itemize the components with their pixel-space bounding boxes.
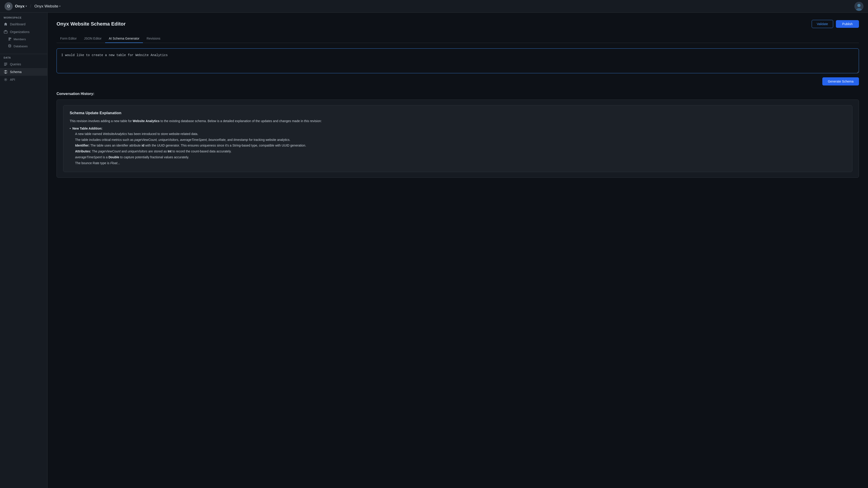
sub-item-bounce-rate: The bounce Rate type is Float... xyxy=(72,160,846,166)
tab-json-editor[interactable]: JSON Editor xyxy=(80,34,105,43)
main-layout: WORKSPACE Dashboard Organizations xyxy=(0,13,868,488)
organizations-label: Organizations xyxy=(10,30,29,34)
conversation-history-heading: Conversation History: xyxy=(57,92,859,96)
sidebar-item-members[interactable]: Members xyxy=(0,36,47,43)
members-label: Members xyxy=(13,37,26,41)
sidebar-item-queries[interactable]: Queries xyxy=(0,60,47,68)
svg-rect-10 xyxy=(4,65,6,66)
api-label: API xyxy=(10,78,15,82)
dashboard-label: Dashboard xyxy=(10,22,26,26)
svg-rect-9 xyxy=(4,64,7,64)
validate-button[interactable]: Validate xyxy=(812,20,833,28)
sub-item-identifier: Identifier: The table uses an identifier… xyxy=(72,143,846,148)
publish-button[interactable]: Publish xyxy=(836,20,859,28)
queries-label: Queries xyxy=(10,62,21,66)
top-navbar: O Onyx ▾ / Onyx Website ▾ xyxy=(0,0,868,13)
generate-row: Generate Schema xyxy=(57,77,859,86)
breadcrumb-separator: / xyxy=(30,4,31,9)
content-area: Onyx Website Schema Editor Validate Publ… xyxy=(48,13,868,488)
org-icon xyxy=(4,30,8,34)
list-item-new-table: New Table Addition: A new table named We… xyxy=(70,126,846,166)
sidebar-item-schema[interactable]: Schema xyxy=(0,68,47,76)
topnav-left: O Onyx ▾ / Onyx Website ▾ xyxy=(4,2,61,10)
schema-update-box: Schema Update Explanation This revision … xyxy=(63,105,852,172)
svg-point-11 xyxy=(5,79,6,80)
generate-schema-button[interactable]: Generate Schema xyxy=(822,77,859,86)
main-content: Onyx Website Schema Editor Validate Publ… xyxy=(48,13,868,488)
sub-item-metrics: The table includes critical metrics such… xyxy=(72,137,846,143)
page-header: Onyx Website Schema Editor Validate Publ… xyxy=(57,20,859,28)
databases-label: Databases xyxy=(13,44,28,48)
sidebar-item-dashboard[interactable]: Dashboard xyxy=(0,20,47,28)
sub-item-intro: A new table named WebsiteAnalytics has b… xyxy=(72,131,846,137)
sub-item-attributes: Attributes: The pageViewCount and unique… xyxy=(72,149,846,154)
project-name-button[interactable]: Onyx Website ▾ xyxy=(34,4,61,8)
svg-point-7 xyxy=(9,44,11,45)
user-avatar[interactable] xyxy=(855,2,864,11)
schema-box-title: Schema Update Explanation xyxy=(70,111,846,115)
ai-prompt-input[interactable] xyxy=(57,49,859,73)
sub-list-new-table: A new table named WebsiteAnalytics has b… xyxy=(72,131,846,166)
org-chevron-icon: ▾ xyxy=(26,5,27,8)
tab-ai-schema-generator[interactable]: AI Schema Generator xyxy=(105,34,143,43)
project-chevron-icon: ▾ xyxy=(59,5,61,8)
data-label: DATA xyxy=(0,56,47,59)
svg-point-5 xyxy=(9,37,10,39)
schema-intro-text: This revision involves adding a new tabl… xyxy=(70,119,846,124)
tab-revisions[interactable]: Revisions xyxy=(143,34,164,43)
project-name-label: Onyx Website xyxy=(34,4,58,8)
svg-point-6 xyxy=(10,38,11,39)
tab-bar: Form Editor JSON Editor AI Schema Genera… xyxy=(57,34,859,43)
sidebar-item-api[interactable]: API xyxy=(0,76,47,84)
sub-item-avg-time: averageTimeSpent is a Double to capture … xyxy=(72,155,846,160)
svg-point-1 xyxy=(857,4,861,7)
workspace-section: WORKSPACE Dashboard Organizations xyxy=(0,16,47,50)
sidebar: WORKSPACE Dashboard Organizations xyxy=(0,13,48,488)
header-actions: Validate Publish xyxy=(812,20,859,28)
queries-icon xyxy=(4,62,8,66)
home-icon xyxy=(4,22,8,26)
svg-rect-8 xyxy=(4,63,7,63)
members-icon xyxy=(8,37,11,41)
data-section: DATA Queries Schema xyxy=(0,56,47,84)
org-name-label: Onyx xyxy=(15,4,25,8)
org-name-button[interactable]: Onyx ▾ xyxy=(15,4,27,8)
schema-icon xyxy=(4,70,8,74)
sidebar-item-databases[interactable]: Databases xyxy=(0,43,47,50)
tab-form-editor[interactable]: Form Editor xyxy=(57,34,80,43)
schema-label: Schema xyxy=(10,70,22,74)
sidebar-item-organizations[interactable]: Organizations xyxy=(0,28,47,36)
api-icon xyxy=(4,78,8,82)
databases-icon xyxy=(8,44,11,48)
conversation-container: Schema Update Explanation This revision … xyxy=(57,99,859,178)
schema-bullet-list: New Table Addition: A new table named We… xyxy=(70,126,846,166)
svg-rect-4 xyxy=(5,30,6,31)
page-title: Onyx Website Schema Editor xyxy=(57,21,126,27)
workspace-label: WORKSPACE xyxy=(0,16,47,19)
org-avatar[interactable]: O xyxy=(4,2,13,10)
